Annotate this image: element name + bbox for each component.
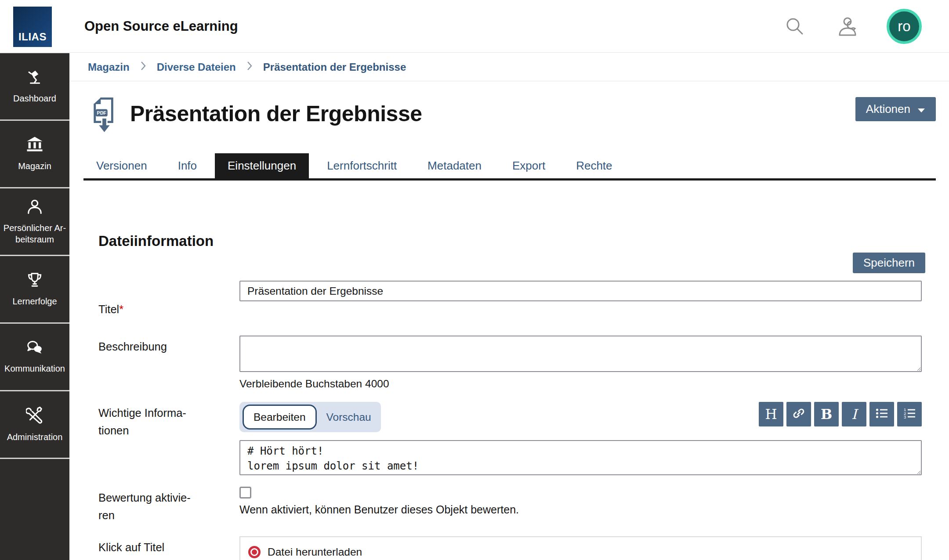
form-row-titel: Titel* xyxy=(98,281,922,318)
chars-remaining-text: Verbleibende Buchstaben 4000 xyxy=(239,378,922,390)
tab-lernfortschritt[interactable]: Lernfortschritt xyxy=(314,153,409,178)
klick-auf-titel-label: Klick auf Titel xyxy=(98,536,239,560)
ilias-logo[interactable]: ILIAS xyxy=(13,7,52,47)
avatar-initials: ro xyxy=(898,18,910,35)
tab-versionen[interactable]: Versionen xyxy=(83,153,160,178)
sidebar-item-label: Persönlicher Ar- beitsraum xyxy=(4,222,66,246)
object-title-row: PDF Präsentation der Ergebnisse Aktionen xyxy=(83,96,936,143)
bewertung-help-text: Wenn aktiviert, können Benutzer dieses O… xyxy=(239,504,922,515)
sidebar-item-label: Kommunikation xyxy=(4,363,65,374)
editor-tab-vorschau[interactable]: Vorschau xyxy=(326,411,371,423)
actions-button-label: Aktionen xyxy=(866,102,910,116)
bold-glyph: B xyxy=(821,406,832,422)
ilias-app: ILIAS Open Source eLearning ro xyxy=(0,0,949,560)
titel-input[interactable] xyxy=(239,281,922,301)
breadcrumb: Magazin Diverse Dateien Präsentation der… xyxy=(69,53,949,81)
beschreibung-label: Beschreibung xyxy=(98,336,239,390)
sidebar-item-label: Lernerfolge xyxy=(12,296,57,307)
page-title: Präsentation der Ergebnisse xyxy=(130,101,422,127)
markdown-textarea[interactable]: # Hört hört! lorem ipsum dolor sit amet! xyxy=(239,440,922,475)
bold-button[interactable]: B xyxy=(814,402,839,426)
titel-label-text: Titel xyxy=(98,303,119,315)
form-row-klick-auf-titel: Klick auf Titel Datei herunterladen Info… xyxy=(98,536,922,560)
svg-text:3: 3 xyxy=(904,415,906,419)
topbar-icons: ro xyxy=(785,0,922,52)
beschreibung-textarea[interactable] xyxy=(239,336,922,372)
markdown-editor-header: Bearbeiten Vorschau H xyxy=(239,402,922,432)
tab-info[interactable]: Info xyxy=(165,153,210,178)
chevron-right-icon xyxy=(140,61,146,74)
pdf-file-icon: PDF xyxy=(91,96,117,139)
desk-lamp-icon xyxy=(26,69,43,87)
trophy-icon xyxy=(26,271,43,290)
save-button[interactable]: Speichern xyxy=(853,253,925,273)
radio-selected-icon[interactable] xyxy=(248,546,261,558)
main-area: Magazin Diverse Dateien Präsentation der… xyxy=(69,53,949,560)
search-icon[interactable] xyxy=(785,16,805,36)
page-content: PDF Präsentation der Ergebnisse Aktionen… xyxy=(69,96,949,560)
radio-option-datei-herunterladen[interactable]: Datei herunterladen xyxy=(240,537,921,560)
breadcrumb-item-diverse-dateien[interactable]: Diverse Dateien xyxy=(157,61,236,73)
titel-label: Titel* xyxy=(98,281,239,318)
sidebar-item-label: Magazin xyxy=(18,160,51,172)
form-row-bewertung: Bewertung aktivie- ren Wenn aktiviert, k… xyxy=(98,487,922,524)
ordered-list-icon: 1 2 3 xyxy=(903,407,916,422)
unordered-list-button[interactable] xyxy=(869,402,894,426)
object-tabs: Versionen Info Einstellungen Lernfortsch… xyxy=(83,153,936,181)
form-row-beschreibung: Beschreibung Verbleibende Buchstaben 400… xyxy=(98,336,922,390)
bewertung-checkbox[interactable] xyxy=(239,487,251,499)
editor-tab-bearbeiten[interactable]: Bearbeiten xyxy=(243,405,317,430)
chat-bubbles-icon xyxy=(26,340,43,357)
sidebar-item-persoenlicher-arbeitsraum[interactable]: Persönlicher Ar- beitsraum xyxy=(0,188,69,256)
bewertung-label: Bewertung aktivie- ren xyxy=(98,487,239,524)
sidebar-item-magazin[interactable]: Magazin xyxy=(0,121,69,188)
sidebar-item-lernerfolge[interactable]: Lernerfolge xyxy=(0,256,69,324)
sidebar-item-dashboard[interactable]: Dashboard xyxy=(0,53,69,121)
sidebar-item-label: Dashboard xyxy=(13,93,56,104)
settings-form: Speichern Dateiinformation Titel* Beschr… xyxy=(83,232,936,560)
klick-auf-titel-options: Datei herunterladen Infoseite anzeigen xyxy=(239,536,922,560)
link-button[interactable] xyxy=(786,402,811,426)
repository-building-icon xyxy=(26,136,43,155)
user-avatar[interactable]: ro xyxy=(887,9,922,44)
required-mark: * xyxy=(119,303,123,315)
who-is-online-icon[interactable] xyxy=(834,16,858,37)
breadcrumb-item-current[interactable]: Präsentation der Ergebnisse xyxy=(263,61,406,73)
ilias-logo-text: ILIAS xyxy=(18,31,47,43)
tab-metadaten[interactable]: Metadaten xyxy=(415,153,494,178)
crossed-tools-icon xyxy=(26,406,43,426)
heading-glyph: H xyxy=(765,406,777,422)
chevron-right-icon xyxy=(246,61,253,74)
radio-option-label: Datei herunterladen xyxy=(268,546,362,558)
markdown-toolbar: H xyxy=(759,402,922,426)
sidebar-item-kommunikation[interactable]: Kommunikation xyxy=(0,324,69,391)
link-icon xyxy=(792,406,806,422)
main-menu-sidebar: Dashboard Magazin Persönlic xyxy=(0,53,69,560)
breadcrumb-item-magazin[interactable]: Magazin xyxy=(88,61,130,73)
tab-einstellungen[interactable]: Einstellungen xyxy=(215,153,309,178)
caret-down-icon xyxy=(917,102,925,116)
sidebar-item-administration[interactable]: Administration xyxy=(0,391,69,459)
italic-glyph: I xyxy=(851,406,857,422)
top-bar: ILIAS Open Source eLearning ro xyxy=(0,0,949,53)
section-title: Dateiinformation xyxy=(98,232,936,250)
sidebar-item-label: Administration xyxy=(7,431,63,443)
person-icon xyxy=(26,198,43,217)
italic-button[interactable]: I xyxy=(842,402,866,426)
actions-dropdown-button[interactable]: Aktionen xyxy=(855,97,936,121)
editor-mode-switch: Bearbeiten Vorschau xyxy=(239,402,381,432)
wichtige-informationen-label: Wichtige Informa- tionen xyxy=(98,402,239,477)
tab-rechte[interactable]: Rechte xyxy=(563,153,625,178)
form-row-wichtige-informationen: Wichtige Informa- tionen Bearbeiten Vors… xyxy=(98,402,922,477)
heading-button[interactable]: H xyxy=(759,402,783,426)
svg-text:PDF: PDF xyxy=(97,110,107,116)
ordered-list-button[interactable]: 1 2 3 xyxy=(897,402,922,426)
tab-export[interactable]: Export xyxy=(500,153,558,178)
app-title: Open Source eLearning xyxy=(84,18,238,34)
unordered-list-icon xyxy=(875,407,888,422)
